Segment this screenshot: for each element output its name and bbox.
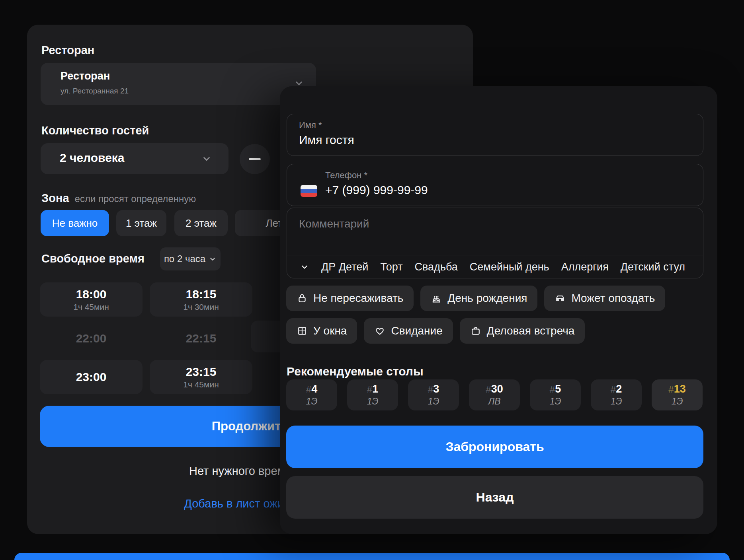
restaurant-address: ул. Ресторанная 21	[61, 87, 129, 95]
back-button[interactable]: Назад	[286, 476, 703, 519]
suggestion-allergy[interactable]: Аллергия	[561, 261, 609, 273]
zone-option-floor1[interactable]: 1 этаж	[116, 210, 166, 236]
table-chip-1[interactable]: #1 1Э	[347, 379, 398, 410]
time-slot-unavailable: 22:15	[150, 321, 252, 356]
restaurant-section-label: Ресторан	[41, 44, 94, 57]
free-time-label: Свободное время	[41, 252, 145, 265]
bottom-sheet-edge	[14, 553, 730, 560]
minus-icon	[249, 158, 261, 160]
comment-suggestions: ДР Детей Торт Свадьба Семейный день Алле…	[287, 255, 703, 278]
zone-option-floor2[interactable]: 2 этаж	[174, 210, 228, 236]
window-icon	[297, 325, 308, 336]
time-slot[interactable]: 23:15 1ч 45мин	[150, 360, 252, 394]
table-chip-30[interactable]: #30 ЛВ	[469, 379, 520, 410]
tag-row-2: У окна Свидание Деловая встреча	[286, 318, 585, 344]
suggestion-family-day[interactable]: Семейный день	[470, 261, 549, 273]
guest-details-modal: Имя * Телефон * ДР Детей Торт Свадьба Се…	[280, 86, 717, 534]
time-slot[interactable]: 18:00 1ч 45мин	[40, 282, 143, 317]
restaurant-selector[interactable]: Ресторан ул. Ресторанная 21	[41, 63, 316, 105]
name-field[interactable]: Имя *	[287, 114, 703, 156]
time-slot[interactable]: 18:15 1ч 30мин	[150, 282, 252, 317]
table-hash: #	[611, 384, 616, 395]
russia-flag-icon	[301, 185, 317, 197]
restaurant-name: Ресторан	[61, 70, 110, 82]
name-field-label: Имя *	[299, 120, 322, 130]
suggestion-high-chair[interactable]: Детский стул	[621, 261, 685, 273]
zone-option-any[interactable]: Не важно	[41, 210, 109, 236]
chevron-down-icon	[209, 255, 217, 263]
tag-business-meeting[interactable]: Деловая встреча	[460, 318, 585, 344]
table-hash: #	[486, 384, 491, 395]
suggestion-cake[interactable]: Торт	[380, 261, 402, 273]
tag-date[interactable]: Свидание	[364, 318, 453, 344]
heart-icon	[374, 325, 385, 336]
lock-icon	[297, 293, 308, 304]
tag-row-1: Не пересаживать День рождения Может опоз…	[286, 286, 665, 311]
phone-field[interactable]: Телефон *	[287, 164, 703, 206]
table-chip-13[interactable]: #13 1Э	[652, 379, 703, 410]
briefcase-icon	[470, 325, 481, 336]
tag-by-window[interactable]: У окна	[286, 318, 357, 344]
duration-filter-dropdown[interactable]: по 2 часа	[160, 247, 221, 270]
comment-input[interactable]	[299, 218, 689, 230]
guests-value: 2 человека	[60, 151, 125, 165]
table-hash: #	[428, 384, 433, 395]
table-hash: #	[550, 384, 555, 395]
zone-label: Зона	[41, 192, 69, 204]
suggestion-kids-birthday[interactable]: ДР Детей	[321, 261, 368, 273]
suggestion-wedding[interactable]: Свадьба	[415, 261, 458, 273]
chevron-down-icon	[201, 154, 212, 164]
tag-no-reseating[interactable]: Не пересаживать	[286, 286, 414, 311]
car-icon	[555, 293, 566, 304]
duration-filter-value: по 2 часа	[164, 253, 205, 264]
tag-may-be-late[interactable]: Может опоздать	[544, 286, 665, 311]
time-slot-unavailable: 22:00	[40, 321, 143, 356]
tag-birthday[interactable]: День рождения	[420, 286, 537, 311]
table-chip-3[interactable]: #3 1Э	[408, 379, 459, 410]
guests-decrement-button[interactable]	[240, 144, 270, 174]
booking-screen: Ресторан Ресторан ул. Ресторанная 21 Кол…	[0, 0, 744, 560]
table-hash: #	[306, 384, 311, 395]
name-input[interactable]	[299, 133, 681, 147]
phone-input[interactable]	[325, 183, 683, 197]
table-chip-5[interactable]: #5 1Э	[530, 379, 581, 410]
chevron-down-icon[interactable]	[300, 262, 309, 272]
table-hash: #	[367, 384, 372, 395]
recommended-tables: #4 1Э #1 1Э #3 1Э #30 ЛВ #5 1Э #2 1Э	[286, 379, 703, 410]
table-hash: #	[668, 384, 674, 395]
zone-hint: если просят определенную	[75, 193, 196, 204]
phone-field-label: Телефон *	[325, 170, 367, 181]
comment-field[interactable]: ДР Детей Торт Свадьба Семейный день Алле…	[287, 208, 703, 278]
guests-section-label: Количество гостей	[41, 124, 149, 137]
book-button[interactable]: Забронировать	[286, 426, 703, 468]
table-chip-2[interactable]: #2 1Э	[591, 379, 642, 410]
zone-section-label: Зонаесли просят определенную	[41, 192, 196, 205]
guests-selector[interactable]: 2 человека	[41, 143, 228, 174]
recommended-tables-label: Рекомендуемые столы	[287, 365, 424, 378]
table-chip-4[interactable]: #4 1Э	[286, 379, 337, 410]
time-slot[interactable]: 23:00	[40, 360, 143, 394]
cake-icon	[431, 293, 442, 304]
